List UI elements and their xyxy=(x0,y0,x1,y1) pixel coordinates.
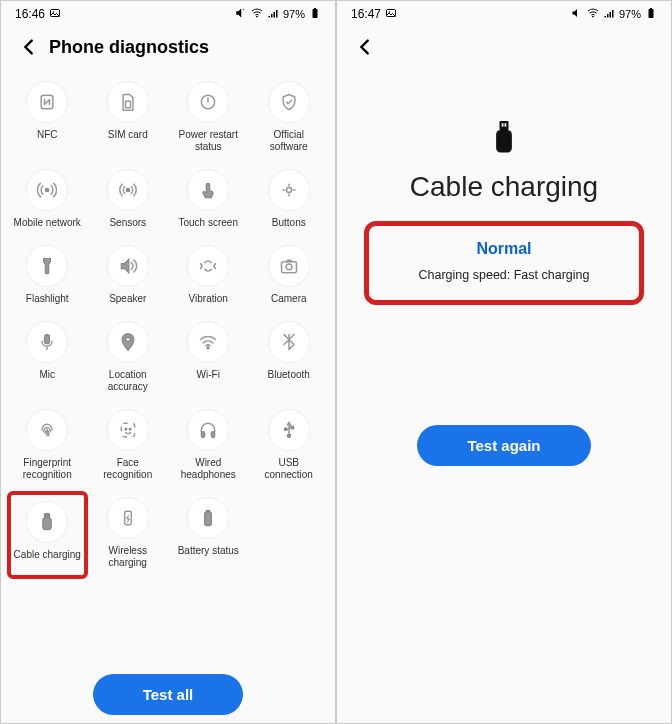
antenna-icon xyxy=(26,169,68,211)
wifi-icon xyxy=(251,7,263,21)
battery-text: 97% xyxy=(619,8,641,20)
svg-rect-36 xyxy=(650,8,652,9)
status-bar: 16:46 97% xyxy=(1,1,335,23)
fingerprint-icon xyxy=(26,409,68,451)
diag-item-fingerprint-recognition[interactable]: Fingerprint recognition xyxy=(7,403,88,491)
diag-item-label: Wi-Fi xyxy=(197,369,220,381)
svg-rect-38 xyxy=(502,123,504,126)
battery-icon xyxy=(309,7,321,21)
svg-rect-39 xyxy=(505,123,507,126)
diag-item-label: Face recognition xyxy=(93,457,163,481)
wifi-icon xyxy=(587,7,599,21)
picture-icon xyxy=(49,7,61,21)
diag-item-label: Wireless charging xyxy=(93,545,163,569)
diag-item-camera[interactable]: Camera xyxy=(249,239,330,315)
svg-rect-21 xyxy=(212,432,215,438)
svg-rect-14 xyxy=(45,335,50,344)
status-bar: 16:47 97% xyxy=(337,1,671,23)
svg-rect-23 xyxy=(291,426,294,429)
camera-icon xyxy=(268,245,310,287)
diag-item-label: Mobile network xyxy=(14,217,81,229)
diag-item-label: Fingerprint recognition xyxy=(12,457,82,481)
svg-point-8 xyxy=(46,188,49,191)
diagnostics-grid: NFCSIM cardPower restart statusOfficial … xyxy=(1,75,335,579)
svg-point-18 xyxy=(125,428,127,430)
diag-item-label: Official software xyxy=(254,129,324,153)
diag-item-label: Buttons xyxy=(272,217,306,229)
diag-item-mobile-network[interactable]: Mobile network xyxy=(7,163,88,239)
cable-charging-result-screen: 16:47 97% xyxy=(336,0,672,724)
header: Phone diagnostics xyxy=(1,23,335,75)
diag-item-label: Wired headphones xyxy=(173,457,243,481)
diag-item-label: Power restart status xyxy=(173,129,243,153)
cable-icon xyxy=(26,501,68,543)
diag-item-label: SIM card xyxy=(108,129,148,141)
location-icon xyxy=(107,321,149,363)
svg-rect-40 xyxy=(496,130,512,153)
picture-icon xyxy=(385,7,397,21)
diag-item-sim-card[interactable]: SIM card xyxy=(88,75,169,163)
diag-item-label: Vibration xyxy=(189,293,228,305)
usb-icon xyxy=(268,409,310,451)
svg-point-10 xyxy=(286,188,291,193)
sim-icon xyxy=(107,81,149,123)
diag-item-vibration[interactable]: Vibration xyxy=(168,239,249,315)
flashlight-icon xyxy=(26,245,68,287)
svg-point-9 xyxy=(126,188,129,191)
diag-item-location-accuracy[interactable]: Location accuracy xyxy=(88,315,169,403)
back-button[interactable] xyxy=(15,33,43,61)
bluetooth-icon xyxy=(268,321,310,363)
diag-item-sensors[interactable]: Sensors xyxy=(88,163,169,239)
usb-connector-icon xyxy=(490,121,518,157)
battery-icon xyxy=(645,7,657,21)
header xyxy=(337,23,671,61)
svg-rect-17 xyxy=(121,423,134,436)
svg-rect-20 xyxy=(202,432,205,438)
diag-item-usb-connection[interactable]: USB connection xyxy=(249,403,330,491)
battery-icon xyxy=(187,497,229,539)
diag-item-label: NFC xyxy=(37,129,58,141)
diag-item-label: USB connection xyxy=(254,457,324,481)
diag-item-wired-headphones[interactable]: Wired headphones xyxy=(168,403,249,491)
diag-item-face-recognition[interactable]: Face recognition xyxy=(88,403,169,491)
diag-item-buttons[interactable]: Buttons xyxy=(249,163,330,239)
diag-item-bluetooth[interactable]: Bluetooth xyxy=(249,315,330,403)
diag-item-flashlight[interactable]: Flashlight xyxy=(7,239,88,315)
test-all-button[interactable]: Test all xyxy=(93,674,244,715)
diag-item-label: Location accuracy xyxy=(93,369,163,393)
wireless-charge-icon xyxy=(107,497,149,539)
diag-item-official-software[interactable]: Official software xyxy=(249,75,330,163)
diag-item-mic[interactable]: Mic xyxy=(7,315,88,403)
diag-item-wifi[interactable]: Wi-Fi xyxy=(168,315,249,403)
touch-icon xyxy=(187,169,229,211)
shield-icon xyxy=(268,81,310,123)
diag-item-label: Battery status xyxy=(178,545,239,557)
svg-point-24 xyxy=(287,434,290,437)
svg-rect-11 xyxy=(44,259,51,261)
svg-rect-3 xyxy=(313,9,318,18)
wifi-icon xyxy=(187,321,229,363)
result-status: Normal xyxy=(399,240,609,258)
diag-item-touch-screen[interactable]: Touch screen xyxy=(168,163,249,239)
test-again-button[interactable]: Test again xyxy=(417,425,590,466)
diag-item-wireless-charging[interactable]: Wireless charging xyxy=(88,491,169,579)
diag-item-speaker[interactable]: Speaker xyxy=(88,239,169,315)
diag-item-battery-status[interactable]: Battery status xyxy=(168,491,249,579)
phone-diagnostics-screen: 16:46 97% Phone diagnostics NFCSIM cardP… xyxy=(0,0,336,724)
status-time: 16:47 xyxy=(351,7,381,21)
vibration-icon xyxy=(187,245,229,287)
result-highlight-box: Normal Charging speed: Fast charging xyxy=(364,221,644,305)
sensors-icon xyxy=(107,169,149,211)
mic-icon xyxy=(26,321,68,363)
diag-item-power-restart-status[interactable]: Power restart status xyxy=(168,75,249,163)
svg-point-22 xyxy=(284,428,287,431)
diag-item-nfc[interactable]: NFC xyxy=(7,75,88,163)
mute-icon xyxy=(571,7,583,21)
svg-rect-27 xyxy=(46,515,47,517)
diag-item-cable-charging[interactable]: Cable charging xyxy=(7,491,88,579)
headphones-icon xyxy=(187,409,229,451)
diag-item-label: Touch screen xyxy=(179,217,238,229)
signal-icon xyxy=(267,7,279,21)
status-time: 16:46 xyxy=(15,7,45,21)
back-button[interactable] xyxy=(351,33,379,61)
